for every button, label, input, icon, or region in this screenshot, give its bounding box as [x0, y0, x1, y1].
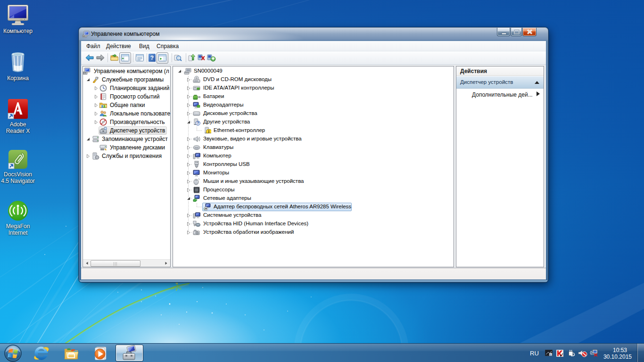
svg-text:?: ? — [197, 121, 199, 125]
svg-text:?: ? — [150, 55, 154, 61]
